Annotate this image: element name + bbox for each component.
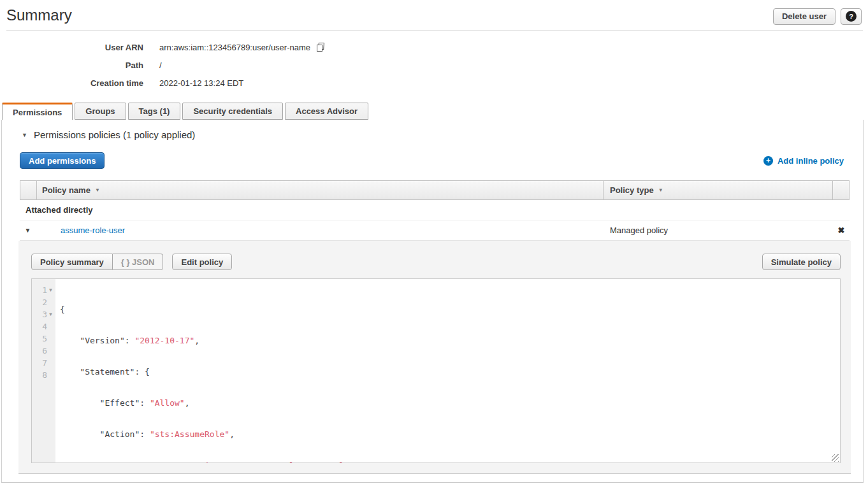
sort-caret-icon: ▼ (658, 187, 663, 193)
user-details: User ARN arn:aws:iam::123456789:user/use… (0, 38, 326, 92)
close-icon: ✖ (838, 226, 845, 235)
code-line: "Effect": "Allow", (60, 397, 840, 409)
policy-view-toggle: Policy summary { } JSON (31, 254, 163, 270)
code-line: "Version": "2012-10-17", (60, 334, 840, 347)
gutter-line: 2 ▼ (32, 296, 55, 308)
policy-name-column-header[interactable]: Policy name ▼ (36, 181, 603, 199)
creation-time-label: Creation time (0, 78, 143, 88)
header-actions: Delete user ? (773, 8, 862, 25)
line-number: 4 (42, 322, 47, 331)
code-line: "Statement": { (60, 366, 840, 378)
line-number: 3 (42, 310, 47, 319)
header-divider (6, 30, 863, 31)
editor-code-area[interactable]: { "Version": "2012-10-17", "Statement": … (55, 279, 840, 463)
row-expander[interactable]: ▼ (20, 227, 36, 234)
copy-icon[interactable] (315, 42, 326, 52)
line-number: 2 (42, 298, 47, 307)
policy-summary-button[interactable]: Policy summary (31, 254, 113, 270)
gutter-line: 8 ▼ (32, 369, 55, 381)
creation-time-value: 2022-01-12 13:24 EDT (159, 78, 243, 88)
policy-name-cell: assume-role-user (36, 226, 604, 235)
policy-view-buttons: Policy summary { } JSON Edit policy (31, 254, 232, 270)
line-number: 8 (42, 370, 47, 380)
table-row: ▼ assume-role-user Managed policy ✖ (20, 220, 850, 241)
path-value: / (159, 61, 162, 70)
detach-policy-button[interactable]: ✖ (833, 226, 850, 235)
detail-row-path: Path / (0, 56, 326, 74)
group-row-label: Attached directly (25, 205, 92, 215)
attached-directly-group-row: Attached directly (20, 200, 850, 220)
line-number: 1 (42, 285, 47, 295)
tab-security-credentials[interactable]: Security credentials (182, 103, 283, 120)
permissions-policies-section-toggle[interactable]: ▼ Permissions policies (1 policy applied… (22, 129, 195, 140)
gutter-line: 3 ▼ (32, 308, 55, 320)
action-column-header (832, 181, 849, 199)
policy-type-header-label: Policy type (610, 185, 654, 195)
policy-type-column-header[interactable]: Policy type ▼ (603, 181, 832, 199)
iam-user-summary-page: Summary Delete user ? User ARN arn:aws:i… (0, 0, 868, 488)
line-number: 6 (42, 346, 47, 355)
json-button[interactable]: { } JSON (113, 254, 164, 270)
add-inline-policy-link[interactable]: + Add inline policy (763, 156, 844, 166)
policies-table-header: Policy name ▼ Policy type ▼ (20, 180, 850, 200)
tab-groups[interactable]: Groups (75, 103, 126, 120)
fold-caret-icon[interactable]: ▼ (47, 287, 54, 293)
edit-policy-button[interactable]: Edit policy (172, 254, 232, 270)
question-icon: ? (846, 11, 857, 22)
line-number: 5 (42, 334, 47, 343)
detail-row-user-arn: User ARN arn:aws:iam::123456789:user/use… (0, 38, 326, 56)
add-inline-policy-label: Add inline policy (778, 156, 844, 166)
line-number: 7 (42, 358, 47, 368)
copy-icon-svg (315, 42, 326, 52)
policy-json-editor: 1 ▼ 2 ▼ 3 ▼ 4 ▼ (31, 278, 841, 463)
page-header: Summary Delete user ? (6, 0, 862, 30)
code-line: "Resource": "arn:aws:iam::123456789:role… (60, 459, 840, 463)
tab-access-advisor[interactable]: Access Advisor (285, 103, 368, 120)
code-line: { (60, 303, 840, 315)
policy-type-cell: Managed policy (604, 226, 833, 235)
section-collapse-caret-icon: ▼ (22, 132, 27, 138)
simulate-policy-button[interactable]: Simulate policy (762, 254, 841, 270)
user-arn-value: arn:aws:iam::123456789:user/user-name (159, 43, 310, 52)
gutter-line: 1 ▼ (32, 284, 55, 296)
policy-name-header-label: Policy name (42, 185, 90, 195)
tab-bar: Permissions Groups Tags (1) Security cre… (2, 103, 368, 120)
sort-caret-icon: ▼ (95, 187, 100, 193)
permissions-tab-panel: ▼ Permissions policies (1 policy applied… (1, 120, 864, 483)
code-line: "Action": "sts:AssumeRole", (60, 428, 840, 440)
path-label: Path (0, 61, 143, 70)
user-arn-value-wrap: arn:aws:iam::123456789:user/user-name (159, 42, 326, 52)
gutter-line: 4 ▼ (32, 320, 55, 333)
tab-tags[interactable]: Tags (1) (128, 103, 181, 120)
user-arn-label: User ARN (0, 43, 143, 52)
gutter-line: 5 ▼ (32, 333, 55, 345)
page-title: Summary (6, 6, 72, 24)
delete-user-button[interactable]: Delete user (773, 8, 835, 25)
editor-resize-handle[interactable] (832, 454, 839, 462)
help-button[interactable]: ? (841, 8, 862, 25)
policy-detail-area: Policy summary { } JSON Edit policy Simu… (18, 241, 851, 474)
row-expand-caret-icon: ▼ (25, 227, 31, 234)
detail-row-creation-time: Creation time 2022-01-12 13:24 EDT (0, 74, 326, 92)
gutter-line: 7 ▼ (32, 357, 55, 369)
expander-column-header (20, 181, 36, 199)
policy-name-link[interactable]: assume-role-user (61, 226, 125, 235)
add-permissions-button[interactable]: Add permissions (20, 152, 105, 169)
fold-caret-icon[interactable]: ▼ (47, 312, 54, 317)
editor-line-number-gutter: 1 ▼ 2 ▼ 3 ▼ 4 ▼ (32, 279, 55, 463)
gutter-line: 6 ▼ (32, 345, 55, 357)
plus-circle-icon: + (763, 156, 773, 166)
policies-table: Policy name ▼ Policy type ▼ Attached dir… (20, 180, 850, 241)
tab-permissions[interactable]: Permissions (2, 103, 73, 120)
section-title: Permissions policies (1 policy applied) (34, 129, 195, 140)
